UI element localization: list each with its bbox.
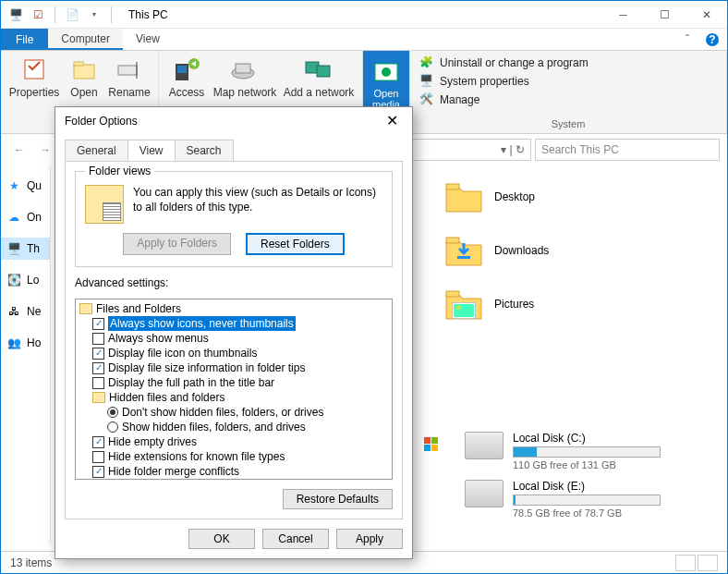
tree-item[interactable]: Hide extensions for known file types <box>78 449 390 464</box>
window-title: This PC <box>121 8 168 21</box>
svg-point-15 <box>382 67 391 77</box>
icons-view-button[interactable] <box>698 555 718 571</box>
tree-item[interactable]: Hidden files and folders <box>78 390 390 405</box>
back-button[interactable]: ← <box>8 139 30 161</box>
disk-usage-bar <box>513 495 661 506</box>
checkbox[interactable]: ✓ <box>92 348 104 360</box>
svg-rect-4 <box>74 62 83 66</box>
general-tab[interactable]: General <box>65 140 128 161</box>
doc-icon[interactable]: 📄 <box>63 6 81 24</box>
folder-icon <box>444 232 483 269</box>
folder-item[interactable]: Downloads <box>444 232 716 269</box>
map-network-button[interactable]: Map network <box>212 55 277 99</box>
search-tab[interactable]: Search <box>175 140 234 161</box>
sidebar-item-onedrive[interactable]: ☁On <box>1 206 50 228</box>
item-count: 13 items <box>10 556 52 569</box>
dialog-close-button[interactable]: ✕ <box>381 112 403 129</box>
disk-item[interactable]: Local Disk (C:) 110 GB free of 131 GB <box>444 432 716 470</box>
sidebar-item-local[interactable]: 💽Lo <box>1 269 50 291</box>
uninstall-program[interactable]: 🧩Uninstall or change a program <box>419 55 588 71</box>
folder-icon <box>444 286 483 323</box>
manage-icon: 🛠️ <box>419 92 434 107</box>
folder-icon <box>444 178 483 215</box>
checkbox[interactable] <box>92 451 104 463</box>
tree-item[interactable]: ✓Display file icon on thumbnails <box>78 346 390 360</box>
star-icon: ★ <box>6 178 21 193</box>
cancel-button[interactable]: Cancel <box>262 529 329 549</box>
checkbox[interactable]: ✓ <box>92 436 104 448</box>
tree-item[interactable]: ✓Always show icons, never thumbnails <box>78 316 390 331</box>
file-tab[interactable]: File <box>1 29 48 50</box>
sidebar-item-homegroup[interactable]: 👥Ho <box>1 332 50 354</box>
add-network-icon <box>304 55 334 84</box>
checkbox[interactable] <box>92 333 104 345</box>
dialog-title: Folder Options <box>65 115 138 128</box>
sidebar-item-quick[interactable]: ★Qu <box>1 175 50 197</box>
disk-usage-bar <box>513 446 661 458</box>
tree-item[interactable]: Always show menus <box>78 331 390 346</box>
maximize-button[interactable]: ☐ <box>644 1 686 29</box>
reset-folders-button[interactable]: Reset Folders <box>246 233 345 255</box>
tree-item[interactable]: Don't show hidden files, folders, or dri… <box>78 405 390 420</box>
tree-item[interactable]: ✓Hide folder merge conflicts <box>78 464 390 479</box>
properties-button[interactable]: Properties <box>8 55 60 99</box>
system-properties[interactable]: 🖥️System properties <box>419 73 529 90</box>
svg-rect-23 <box>424 437 431 444</box>
svg-rect-16 <box>446 184 459 189</box>
tree-item[interactable]: ✓Hide empty drives <box>78 434 390 449</box>
svg-point-22 <box>456 306 460 310</box>
help-icon[interactable]: ? <box>701 29 723 50</box>
tree-item[interactable]: Display the full path in the title bar <box>78 375 390 390</box>
sidebar-item-network[interactable]: 🖧Ne <box>1 300 50 323</box>
drive-icon <box>465 480 504 507</box>
search-input[interactable]: Search This PC <box>535 139 720 161</box>
ribbon-tabs: File Computer View ˆ ? <box>1 29 727 51</box>
view-tab[interactable]: View <box>123 29 173 50</box>
checkbox[interactable]: ✓ <box>92 318 104 330</box>
home-icon: 👥 <box>6 336 21 350</box>
open-button[interactable]: Open <box>66 55 103 99</box>
view-tab-dialog[interactable]: View <box>127 140 176 161</box>
sysprops-icon: 🖥️ <box>419 74 434 89</box>
add-network-button[interactable]: Add a network <box>283 55 355 99</box>
radio[interactable] <box>107 421 118 433</box>
access-button[interactable]: Access <box>166 55 207 99</box>
tree-item[interactable]: Show hidden files, folders, and drives <box>78 420 390 434</box>
radio[interactable] <box>107 407 118 418</box>
advanced-settings-tree[interactable]: Files and Folders ✓Always show icons, ne… <box>75 299 393 480</box>
collapse-ribbon-icon[interactable]: ˆ <box>673 29 701 50</box>
apply-button[interactable]: Apply <box>336 529 403 549</box>
close-button[interactable]: ✕ <box>686 1 727 29</box>
advanced-settings-label: Advanced settings: <box>75 276 393 289</box>
titlebar: 🖥️ ☑ 📄 ▾ This PC ─ ☐ ✕ <box>1 1 727 29</box>
rename-button[interactable]: Rename <box>108 55 151 99</box>
checkbox[interactable] <box>92 377 104 389</box>
dropdown-icon[interactable]: ▾ <box>85 6 103 24</box>
sidebar: ★Qu ☁On 🖥️Th 💽Lo 🖧Ne 👥Ho <box>1 165 51 544</box>
check-icon[interactable]: ☑ <box>29 6 47 24</box>
restore-defaults-button[interactable]: Restore Defaults <box>283 489 393 509</box>
svg-rect-5 <box>118 66 137 75</box>
ok-button[interactable]: OK <box>188 529 255 549</box>
checkbox[interactable]: ✓ <box>92 466 104 478</box>
svg-rect-26 <box>431 445 438 451</box>
folder-item[interactable]: Pictures <box>444 286 716 323</box>
svg-rect-13 <box>317 66 330 77</box>
checkbox[interactable]: ✓ <box>92 362 104 374</box>
minimize-button[interactable]: ─ <box>602 1 644 29</box>
refresh-icon[interactable]: ▾ | ↻ <box>501 143 525 156</box>
manage[interactable]: 🛠️Manage <box>419 92 479 108</box>
folder-item[interactable]: Desktop <box>444 178 716 215</box>
svg-rect-19 <box>446 291 459 297</box>
svg-rect-21 <box>454 304 474 317</box>
computer-tab[interactable]: Computer <box>48 29 123 50</box>
svg-rect-3 <box>74 65 94 79</box>
apply-to-folders-button[interactable]: Apply to Folders <box>123 233 231 255</box>
forward-button[interactable]: → <box>34 139 56 161</box>
folder-icon <box>79 303 92 314</box>
details-view-button[interactable] <box>675 555 696 571</box>
tree-item[interactable]: ✓Display file size information in folder… <box>78 360 390 375</box>
disk-item[interactable]: Local Disk (E:) 78.5 GB free of 78.7 GB <box>444 480 716 519</box>
map-network-icon <box>230 55 260 84</box>
sidebar-item-thispc[interactable]: 🖥️Th <box>1 238 50 260</box>
